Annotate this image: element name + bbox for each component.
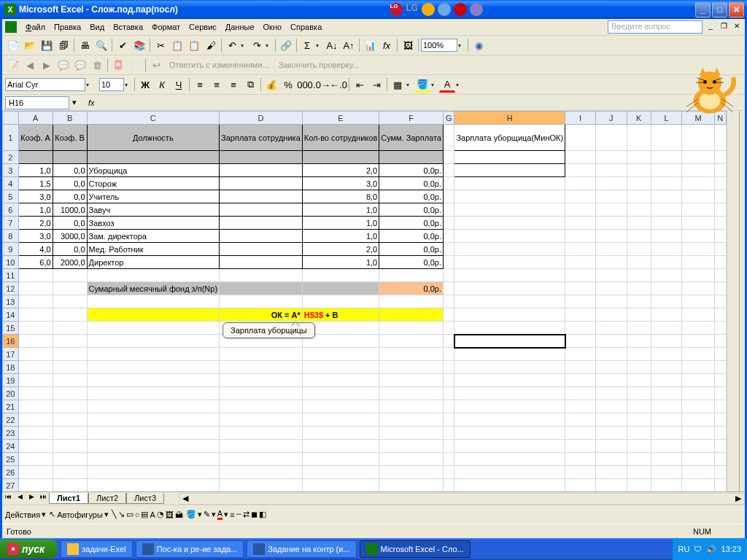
- cell[interactable]: [379, 479, 444, 492]
- cell[interactable]: 3000,0: [53, 230, 87, 243]
- cell[interactable]: [627, 151, 651, 164]
- cell[interactable]: [454, 400, 565, 413]
- horizontal-scrollbar[interactable]: ◀▶: [179, 493, 745, 505]
- menu-file[interactable]: Файл: [21, 21, 50, 33]
- tray-icon[interactable]: 🔊: [706, 545, 716, 554]
- cell[interactable]: [714, 151, 726, 164]
- cell[interactable]: [651, 308, 682, 322]
- cell[interactable]: [682, 374, 714, 387]
- cell[interactable]: Учитель: [87, 190, 220, 203]
- cell[interactable]: 2,0: [302, 243, 379, 256]
- copy-icon[interactable]: 📋: [169, 37, 185, 53]
- cell[interactable]: [302, 348, 379, 361]
- redo-icon[interactable]: ↷: [249, 37, 265, 53]
- cell[interactable]: [18, 295, 53, 308]
- cell[interactable]: [682, 466, 714, 479]
- row-header[interactable]: 11: [3, 269, 19, 282]
- fill-color-icon[interactable]: 🪣: [414, 77, 430, 93]
- cell[interactable]: [87, 295, 220, 308]
- cell[interactable]: Сумм. Зарплата: [379, 125, 444, 151]
- cell[interactable]: [714, 322, 726, 335]
- cell[interactable]: [565, 230, 596, 243]
- fx-icon[interactable]: fx: [88, 98, 95, 107]
- row-header[interactable]: 4: [3, 177, 19, 190]
- cell[interactable]: [627, 295, 651, 308]
- dash-style-icon[interactable]: ┄: [236, 510, 241, 519]
- cell[interactable]: [651, 440, 682, 453]
- col-header[interactable]: H: [454, 112, 565, 125]
- worksheet-grid[interactable]: ABCDEFGHIJKLMN1Коэф. АКоэф. ВДолжностьЗа…: [2, 111, 727, 491]
- cell[interactable]: [565, 361, 596, 374]
- cell[interactable]: [627, 335, 651, 348]
- cell[interactable]: [443, 282, 454, 295]
- cell[interactable]: [18, 282, 53, 295]
- oval-icon[interactable]: ○: [135, 510, 140, 519]
- cell[interactable]: [714, 243, 726, 256]
- font-color-draw-icon[interactable]: A: [217, 509, 222, 520]
- cell[interactable]: [565, 282, 596, 295]
- cell[interactable]: [454, 282, 565, 295]
- cell[interactable]: [596, 374, 627, 387]
- cell[interactable]: [682, 125, 714, 151]
- actions-menu[interactable]: Действия: [5, 510, 40, 519]
- cell[interactable]: [18, 387, 53, 400]
- cell[interactable]: [443, 256, 454, 269]
- close-button[interactable]: ✕: [729, 2, 744, 18]
- research-icon[interactable]: 📚: [131, 37, 147, 53]
- name-box[interactable]: [5, 96, 69, 109]
- cell[interactable]: [18, 361, 53, 374]
- cell[interactable]: [454, 230, 565, 243]
- cell[interactable]: [651, 466, 682, 479]
- line-color-icon[interactable]: ✎: [204, 510, 210, 519]
- cell[interactable]: 1000,0: [53, 203, 87, 217]
- cell[interactable]: [379, 400, 444, 413]
- cell[interactable]: [454, 269, 565, 282]
- cell[interactable]: [596, 308, 627, 322]
- cell[interactable]: [220, 190, 303, 203]
- cell[interactable]: 0,0р.: [379, 243, 444, 256]
- cell[interactable]: [443, 453, 454, 466]
- cell[interactable]: [714, 387, 726, 400]
- cell[interactable]: [18, 413, 53, 427]
- cell[interactable]: [302, 282, 379, 295]
- row-header[interactable]: 7: [3, 217, 19, 230]
- cell[interactable]: [651, 282, 682, 295]
- cell[interactable]: [596, 243, 627, 256]
- permissions-icon[interactable]: 🗐: [55, 37, 71, 53]
- cell[interactable]: [596, 466, 627, 479]
- cell[interactable]: [714, 203, 726, 217]
- cell[interactable]: [220, 164, 303, 177]
- autoshapes-menu[interactable]: Автофигуры: [57, 510, 103, 519]
- cell[interactable]: [443, 466, 454, 479]
- cell[interactable]: [220, 203, 303, 217]
- row-header[interactable]: 9: [3, 243, 19, 256]
- cell[interactable]: [53, 308, 87, 322]
- row-header[interactable]: 15: [3, 322, 19, 335]
- cell[interactable]: [565, 400, 596, 413]
- cell[interactable]: [651, 335, 682, 348]
- cell[interactable]: [220, 427, 303, 440]
- function-icon[interactable]: fx: [379, 37, 395, 53]
- clipart-icon[interactable]: 🖼: [166, 510, 174, 519]
- cell[interactable]: [596, 230, 627, 243]
- cell[interactable]: [220, 256, 303, 269]
- cell[interactable]: [651, 190, 682, 203]
- cell[interactable]: [596, 203, 627, 217]
- cell[interactable]: [596, 269, 627, 282]
- tray-icon[interactable]: 🛡: [694, 545, 702, 553]
- cell[interactable]: [596, 217, 627, 230]
- cell[interactable]: Зам. директора: [87, 230, 220, 243]
- cell[interactable]: [565, 453, 596, 466]
- cell[interactable]: [53, 151, 87, 164]
- sort-asc-icon[interactable]: A↓: [324, 37, 340, 53]
- hyperlink-icon[interactable]: 🔗: [278, 37, 294, 53]
- cell[interactable]: [379, 427, 444, 440]
- textbox-icon[interactable]: ▤: [141, 510, 148, 519]
- cell[interactable]: [443, 190, 454, 203]
- cell[interactable]: [596, 295, 627, 308]
- cell[interactable]: [302, 440, 379, 453]
- cell[interactable]: [53, 387, 87, 400]
- align-left-icon[interactable]: ≡: [192, 77, 208, 93]
- cell[interactable]: [596, 479, 627, 492]
- row-header[interactable]: 24: [3, 440, 19, 453]
